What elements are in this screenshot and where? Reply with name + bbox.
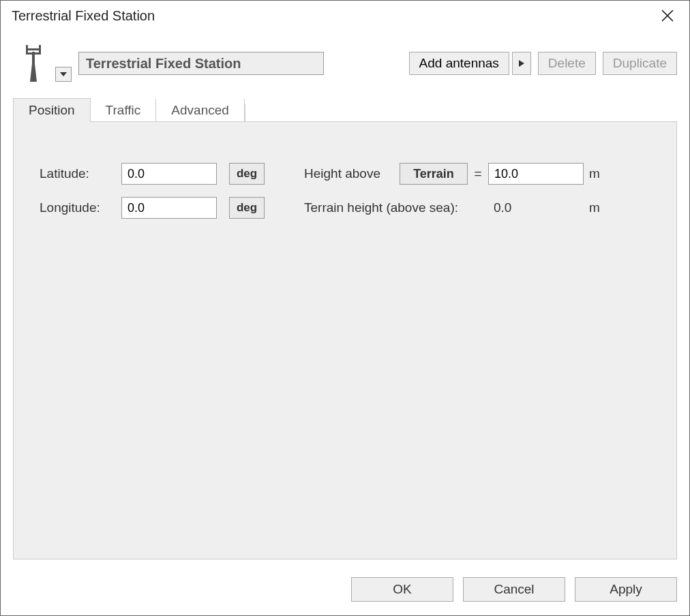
terrain-height-unit: m (584, 200, 604, 215)
terrain-height-value: 0.0 (488, 200, 584, 215)
titlebar: Terrestrial Fixed Station (1, 1, 689, 31)
svg-rect-7 (26, 52, 41, 55)
longitude-label: Longitude: (40, 200, 121, 215)
latitude-input[interactable] (121, 163, 217, 185)
header-row: Terrestrial Fixed Station Add antennas D… (13, 43, 677, 84)
svg-marker-8 (60, 72, 67, 76)
header-buttons: Add antennas Delete Duplicate (409, 52, 677, 75)
close-icon (661, 10, 674, 22)
station-name-field[interactable]: Terrestrial Fixed Station (78, 52, 324, 75)
height-input[interactable] (488, 163, 584, 185)
latitude-label: Latitude: (40, 166, 121, 181)
equals-label: = (468, 166, 488, 181)
height-above-label: Height above (304, 166, 400, 181)
triangle-right-icon (519, 60, 524, 67)
svg-marker-3 (30, 52, 37, 82)
height-unit-label: m (584, 166, 604, 181)
height-reference-button[interactable]: Terrain (400, 163, 468, 185)
station-type-dropdown[interactable] (55, 67, 72, 82)
dialog-window: Terrestrial Fixed Station (0, 0, 690, 616)
content-area: Terrestrial Fixed Station Add antennas D… (1, 31, 689, 566)
position-panel: Latitude: deg Height above Terrain = m L… (13, 121, 677, 559)
close-button[interactable] (654, 3, 681, 28)
apply-button[interactable]: Apply (575, 577, 677, 602)
terrain-height-label: Terrain height (above sea): (304, 200, 488, 215)
longitude-input[interactable] (121, 197, 217, 219)
position-grid: Latitude: deg Height above Terrain = m L… (40, 163, 650, 219)
longitude-unit-button[interactable]: deg (229, 197, 265, 219)
tabs: Position Traffic Advanced (13, 97, 677, 122)
window-title: Terrestrial Fixed Station (12, 8, 155, 24)
tab-traffic[interactable]: Traffic (91, 99, 157, 122)
add-antennas-button[interactable]: Add antennas (409, 52, 509, 75)
add-antennas-split-button: Add antennas (409, 52, 531, 75)
delete-button[interactable]: Delete (538, 52, 596, 75)
cancel-button[interactable]: Cancel (463, 577, 565, 602)
ok-button[interactable]: OK (351, 577, 453, 602)
dialog-footer: OK Cancel Apply (1, 566, 689, 615)
svg-rect-6 (26, 48, 41, 50)
add-antennas-menu-button[interactable] (512, 52, 531, 75)
tab-position[interactable]: Position (13, 98, 91, 123)
duplicate-button[interactable]: Duplicate (603, 52, 677, 75)
tab-advanced[interactable]: Advanced (156, 99, 245, 122)
tab-end-separator (245, 104, 245, 122)
chevron-down-icon (60, 72, 67, 76)
svg-marker-9 (519, 60, 524, 67)
tower-icon (18, 43, 48, 84)
latitude-unit-button[interactable]: deg (229, 163, 265, 185)
